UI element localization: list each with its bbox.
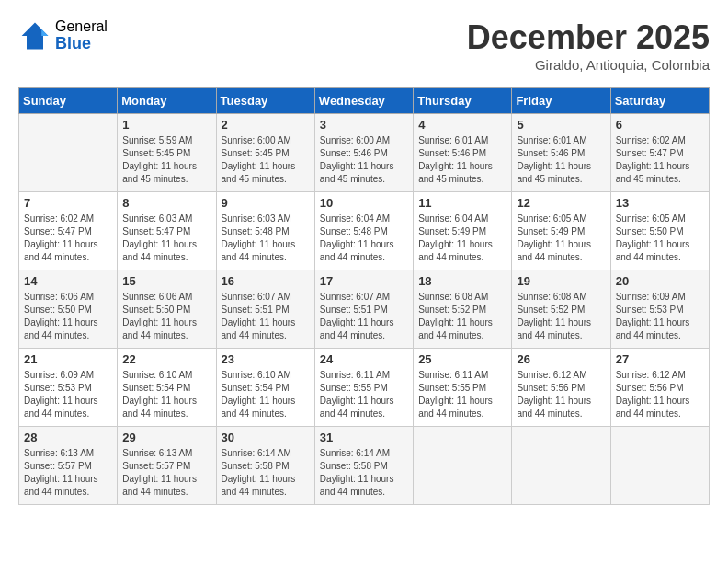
day-number: 4	[418, 118, 506, 132]
day-number: 26	[517, 352, 605, 366]
cell-info: Sunrise: 6:00 AM Sunset: 5:45 PM Dayligh…	[222, 134, 310, 186]
calendar-cell: 20Sunrise: 6:09 AM Sunset: 5:53 PM Dayli…	[610, 270, 709, 349]
day-number: 10	[320, 196, 408, 210]
day-number: 8	[122, 196, 210, 210]
calendar-cell: 4Sunrise: 6:01 AM Sunset: 5:46 PM Daylig…	[414, 114, 512, 192]
day-number: 25	[418, 352, 506, 366]
header-day-sunday: Sunday	[19, 88, 118, 114]
cell-info: Sunrise: 6:12 AM Sunset: 5:56 PM Dayligh…	[517, 369, 605, 420]
day-number: 13	[616, 196, 704, 210]
cell-info: Sunrise: 6:08 AM Sunset: 5:52 PM Dayligh…	[517, 291, 605, 342]
day-number: 19	[517, 274, 605, 288]
day-number: 16	[222, 274, 310, 288]
cell-info: Sunrise: 6:04 AM Sunset: 5:49 PM Dayligh…	[418, 213, 506, 264]
day-number: 1	[122, 118, 210, 132]
calendar-cell: 13Sunrise: 6:05 AM Sunset: 5:50 PM Dayli…	[610, 192, 709, 270]
day-number: 24	[320, 352, 408, 366]
calendar-cell: 24Sunrise: 6:11 AM Sunset: 5:55 PM Dayli…	[314, 349, 413, 427]
day-number: 21	[24, 352, 112, 366]
day-number: 15	[122, 274, 210, 288]
logo-text: General Blue	[55, 18, 108, 52]
cell-info: Sunrise: 6:09 AM Sunset: 5:53 PM Dayligh…	[24, 369, 112, 420]
cell-info: Sunrise: 6:06 AM Sunset: 5:50 PM Dayligh…	[122, 291, 210, 342]
day-number: 27	[616, 352, 704, 366]
cell-info: Sunrise: 6:01 AM Sunset: 5:46 PM Dayligh…	[517, 134, 605, 186]
header-day-friday: Friday	[512, 88, 610, 114]
logo-blue: Blue	[55, 35, 108, 53]
cell-info: Sunrise: 6:13 AM Sunset: 5:57 PM Dayligh…	[24, 447, 112, 499]
calendar-cell: 14Sunrise: 6:06 AM Sunset: 5:50 PM Dayli…	[19, 270, 118, 349]
calendar-cell: 25Sunrise: 6:11 AM Sunset: 5:55 PM Dayli…	[414, 349, 512, 427]
calendar-header: SundayMondayTuesdayWednesdayThursdayFrid…	[19, 88, 710, 114]
cell-info: Sunrise: 6:02 AM Sunset: 5:47 PM Dayligh…	[616, 134, 704, 186]
header-day-monday: Monday	[118, 88, 216, 114]
day-number: 5	[517, 118, 605, 132]
calendar-cell: 12Sunrise: 6:05 AM Sunset: 5:49 PM Dayli…	[512, 192, 610, 270]
calendar-cell: 9Sunrise: 6:03 AM Sunset: 5:48 PM Daylig…	[216, 192, 314, 270]
day-number: 18	[418, 274, 506, 288]
header-day-tuesday: Tuesday	[216, 88, 314, 114]
calendar-body: 1Sunrise: 5:59 AM Sunset: 5:45 PM Daylig…	[19, 114, 710, 505]
cell-info: Sunrise: 6:03 AM Sunset: 5:48 PM Dayligh…	[222, 213, 310, 264]
calendar-table: SundayMondayTuesdayWednesdayThursdayFrid…	[18, 87, 710, 505]
calendar-cell: 21Sunrise: 6:09 AM Sunset: 5:53 PM Dayli…	[19, 349, 118, 427]
cell-info: Sunrise: 6:13 AM Sunset: 5:57 PM Dayligh…	[122, 447, 210, 499]
day-number: 14	[24, 274, 112, 288]
cell-info: Sunrise: 6:05 AM Sunset: 5:49 PM Dayligh…	[517, 213, 605, 264]
cell-info: Sunrise: 6:09 AM Sunset: 5:53 PM Dayligh…	[616, 291, 704, 342]
calendar-cell: 7Sunrise: 6:02 AM Sunset: 5:47 PM Daylig…	[19, 192, 118, 270]
week-row-0: 1Sunrise: 5:59 AM Sunset: 5:45 PM Daylig…	[19, 114, 710, 192]
logo-icon	[18, 19, 51, 52]
calendar-cell: 1Sunrise: 5:59 AM Sunset: 5:45 PM Daylig…	[118, 114, 216, 192]
day-number: 22	[122, 352, 210, 366]
calendar-cell	[610, 427, 709, 505]
calendar-cell: 18Sunrise: 6:08 AM Sunset: 5:52 PM Dayli…	[414, 270, 512, 349]
calendar-cell	[19, 114, 118, 192]
calendar-cell: 8Sunrise: 6:03 AM Sunset: 5:47 PM Daylig…	[118, 192, 216, 270]
week-row-1: 7Sunrise: 6:02 AM Sunset: 5:47 PM Daylig…	[19, 192, 710, 270]
calendar-cell: 30Sunrise: 6:14 AM Sunset: 5:58 PM Dayli…	[216, 427, 314, 505]
day-number: 23	[222, 352, 310, 366]
calendar-cell: 29Sunrise: 6:13 AM Sunset: 5:57 PM Dayli…	[118, 427, 216, 505]
cell-info: Sunrise: 6:14 AM Sunset: 5:58 PM Dayligh…	[222, 447, 310, 499]
calendar-cell	[414, 427, 512, 505]
location: Giraldo, Antioquia, Colombia	[467, 57, 710, 73]
header-day-wednesday: Wednesday	[314, 88, 413, 114]
cell-info: Sunrise: 6:05 AM Sunset: 5:50 PM Dayligh…	[616, 213, 704, 264]
cell-info: Sunrise: 6:02 AM Sunset: 5:47 PM Dayligh…	[24, 213, 112, 264]
cell-info: Sunrise: 6:11 AM Sunset: 5:55 PM Dayligh…	[418, 369, 506, 420]
day-number: 12	[517, 196, 605, 210]
calendar-cell: 17Sunrise: 6:07 AM Sunset: 5:51 PM Dayli…	[314, 270, 413, 349]
cell-info: Sunrise: 6:08 AM Sunset: 5:52 PM Dayligh…	[418, 291, 506, 342]
header-day-saturday: Saturday	[610, 88, 709, 114]
calendar-cell: 15Sunrise: 6:06 AM Sunset: 5:50 PM Dayli…	[118, 270, 216, 349]
day-number: 3	[320, 118, 408, 132]
calendar-cell: 10Sunrise: 6:04 AM Sunset: 5:48 PM Dayli…	[314, 192, 413, 270]
day-number: 28	[24, 431, 112, 444]
week-row-4: 28Sunrise: 6:13 AM Sunset: 5:57 PM Dayli…	[19, 427, 710, 505]
day-number: 7	[24, 196, 112, 210]
calendar-cell: 28Sunrise: 6:13 AM Sunset: 5:57 PM Dayli…	[19, 427, 118, 505]
calendar-cell: 22Sunrise: 6:10 AM Sunset: 5:54 PM Dayli…	[118, 349, 216, 427]
calendar-cell: 6Sunrise: 6:02 AM Sunset: 5:47 PM Daylig…	[610, 114, 709, 192]
day-number: 29	[122, 431, 210, 444]
header-day-thursday: Thursday	[414, 88, 512, 114]
day-number: 6	[616, 118, 704, 132]
day-number: 17	[320, 274, 408, 288]
week-row-2: 14Sunrise: 6:06 AM Sunset: 5:50 PM Dayli…	[19, 270, 710, 349]
day-number: 31	[320, 431, 408, 444]
cell-info: Sunrise: 5:59 AM Sunset: 5:45 PM Dayligh…	[122, 134, 210, 186]
cell-info: Sunrise: 6:01 AM Sunset: 5:46 PM Dayligh…	[418, 134, 506, 186]
calendar-cell: 3Sunrise: 6:00 AM Sunset: 5:46 PM Daylig…	[314, 114, 413, 192]
calendar-cell: 27Sunrise: 6:12 AM Sunset: 5:56 PM Dayli…	[610, 349, 709, 427]
calendar-cell: 31Sunrise: 6:14 AM Sunset: 5:58 PM Dayli…	[314, 427, 413, 505]
page-header: General Blue December 2025 Giraldo, Anti…	[18, 18, 710, 73]
month-title: December 2025	[467, 18, 710, 57]
cell-info: Sunrise: 6:12 AM Sunset: 5:56 PM Dayligh…	[616, 369, 704, 420]
calendar-cell: 19Sunrise: 6:08 AM Sunset: 5:52 PM Dayli…	[512, 270, 610, 349]
calendar-cell: 11Sunrise: 6:04 AM Sunset: 5:49 PM Dayli…	[414, 192, 512, 270]
cell-info: Sunrise: 6:00 AM Sunset: 5:46 PM Dayligh…	[320, 134, 408, 186]
title-block: December 2025 Giraldo, Antioquia, Colomb…	[467, 18, 710, 73]
week-row-3: 21Sunrise: 6:09 AM Sunset: 5:53 PM Dayli…	[19, 349, 710, 427]
cell-info: Sunrise: 6:07 AM Sunset: 5:51 PM Dayligh…	[320, 291, 408, 342]
